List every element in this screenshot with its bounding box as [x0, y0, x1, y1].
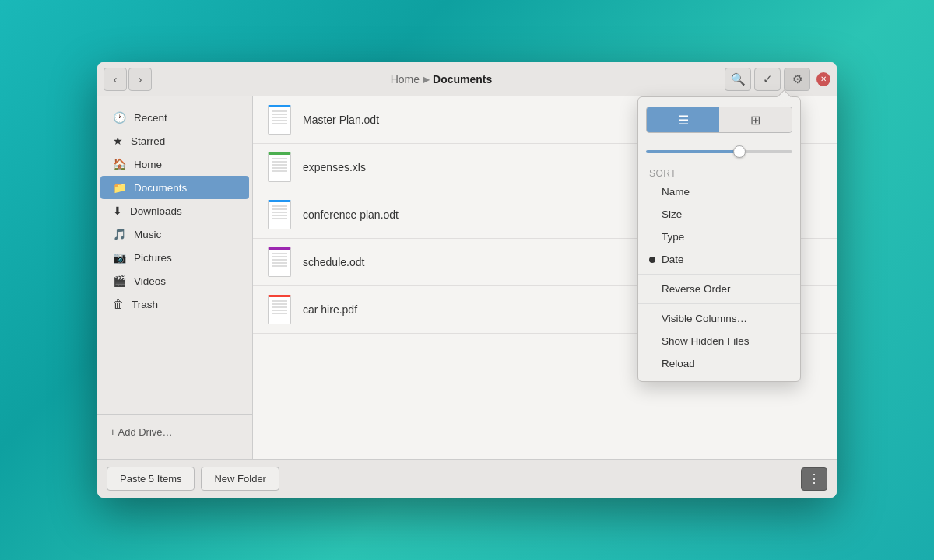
sort-date-label: Date: [662, 254, 684, 265]
recent-icon: 🕐: [113, 111, 126, 124]
sidebar: 🕐 Recent ★ Starred 🏠 Home 📁 Documents ⬇ …: [97, 96, 253, 459]
breadcrumb-current: Documents: [433, 73, 492, 86]
documents-icon: 📁: [113, 181, 126, 194]
titlebar: ‹ › Home ▶ Documents 🔍 ✓ ⚙ ✕: [97, 62, 837, 96]
sidebar-label-pictures: Pictures: [134, 252, 172, 264]
breadcrumb: Home ▶ Documents: [158, 73, 725, 86]
sidebar-item-pictures[interactable]: 📷 Pictures: [100, 246, 249, 269]
file-icon-conference: [265, 199, 293, 230]
file-icon-schedule: [265, 247, 293, 278]
selected-indicator: [649, 257, 655, 263]
sidebar-item-home[interactable]: 🏠 Home: [100, 152, 249, 176]
videos-icon: 🎬: [113, 275, 126, 287]
sort-by-type[interactable]: Type: [638, 226, 800, 248]
settings-button[interactable]: ⚙: [784, 68, 810, 91]
sort-type-label: Type: [662, 231, 684, 243]
check-icon: ✓: [763, 72, 773, 86]
new-folder-button[interactable]: New Folder: [201, 467, 279, 491]
list-view-icon: ☰: [678, 113, 689, 128]
grid-view-button[interactable]: ⊞: [719, 107, 792, 132]
sort-name-label: Name: [662, 186, 690, 198]
forward-button[interactable]: ›: [128, 68, 152, 91]
starred-icon: ★: [113, 135, 123, 147]
reload-label: Reload: [662, 358, 695, 369]
file-name-conference: conference plan.odt: [303, 208, 399, 221]
music-icon: 🎵: [113, 228, 126, 240]
menu-separator-2: [638, 303, 800, 304]
zoom-slider[interactable]: [646, 150, 792, 153]
file-name-masterplan: Master Plan.odt: [303, 114, 379, 126]
sidebar-label-starred: Starred: [131, 135, 165, 147]
back-button[interactable]: ‹: [104, 68, 127, 91]
show-hidden-item[interactable]: Show Hidden Files: [638, 330, 800, 352]
breadcrumb-arrow: ▶: [423, 74, 430, 85]
sidebar-label-videos: Videos: [134, 275, 166, 287]
sidebar-item-music[interactable]: 🎵 Music: [100, 222, 249, 246]
file-manager-window: ‹ › Home ▶ Documents 🔍 ✓ ⚙ ✕: [97, 62, 837, 498]
search-button[interactable]: 🔍: [725, 68, 751, 91]
pictures-icon: 📷: [113, 251, 126, 264]
visible-columns-label: Visible Columns…: [662, 313, 747, 324]
more-options-button[interactable]: ⋮: [801, 467, 827, 491]
zoom-slider-container: [638, 139, 800, 163]
close-icon: ✕: [820, 75, 827, 83]
sidebar-item-recent[interactable]: 🕐 Recent: [100, 106, 249, 129]
trash-icon: 🗑: [113, 298, 124, 310]
file-icon-expenses: [265, 152, 293, 183]
home-icon: 🏠: [113, 158, 126, 170]
sidebar-label-downloads: Downloads: [130, 205, 182, 217]
sidebar-bottom: + Add Drive…: [97, 414, 252, 450]
sidebar-label-trash: Trash: [132, 299, 158, 310]
check-button[interactable]: ✓: [754, 68, 781, 91]
file-name-schedule: schedule.odt: [303, 256, 364, 268]
reload-item[interactable]: Reload: [638, 352, 800, 375]
show-hidden-label: Show Hidden Files: [662, 335, 750, 347]
gear-icon: ⚙: [792, 72, 802, 86]
file-name-expenses: expenses.xls: [303, 161, 366, 173]
toolbar-buttons: 🔍 ✓ ⚙ ✕: [725, 68, 830, 91]
sort-by-date[interactable]: Date: [638, 248, 800, 271]
sort-label: Sort: [638, 163, 800, 180]
sidebar-item-starred[interactable]: ★ Starred: [100, 129, 249, 152]
more-icon: ⋮: [808, 471, 820, 486]
file-icon-masterplan: [265, 104, 293, 135]
sidebar-label-home: Home: [134, 159, 162, 170]
reverse-order-item[interactable]: Reverse Order: [638, 278, 800, 300]
reverse-order-label: Reverse Order: [662, 283, 731, 295]
sidebar-label-recent: Recent: [134, 112, 167, 124]
add-drive-button[interactable]: + Add Drive…: [97, 421, 252, 443]
sidebar-item-videos[interactable]: 🎬 Videos: [100, 269, 249, 292]
dropdown-menu: ☰ ⊞ Sort Name Size Type Date R: [637, 96, 801, 382]
search-icon: 🔍: [731, 72, 746, 86]
menu-separator-1: [638, 274, 800, 275]
paste-items-button[interactable]: Paste 5 Items: [107, 467, 195, 491]
nav-buttons: ‹ ›: [104, 68, 152, 91]
bottom-bar: Paste 5 Items New Folder ⋮: [97, 459, 837, 498]
sort-by-size[interactable]: Size: [638, 203, 800, 226]
grid-view-icon: ⊞: [750, 113, 760, 128]
view-toggle: ☰ ⊞: [646, 107, 792, 133]
sidebar-label-documents: Documents: [134, 182, 187, 194]
breadcrumb-home[interactable]: Home: [391, 73, 420, 86]
sidebar-item-trash[interactable]: 🗑 Trash: [100, 292, 249, 316]
sidebar-label-music: Music: [134, 229, 161, 240]
sort-size-label: Size: [662, 208, 682, 220]
file-icon-carhire: [265, 294, 293, 325]
visible-columns-item[interactable]: Visible Columns…: [638, 307, 800, 330]
file-name-carhire: car hire.pdf: [303, 303, 357, 316]
downloads-icon: ⬇: [113, 205, 122, 217]
close-button[interactable]: ✕: [816, 72, 830, 86]
sidebar-item-downloads[interactable]: ⬇ Downloads: [100, 199, 249, 222]
add-drive-label: + Add Drive…: [110, 426, 173, 438]
list-view-button[interactable]: ☰: [647, 107, 719, 132]
sort-by-name[interactable]: Name: [638, 180, 800, 203]
sidebar-item-documents[interactable]: 📁 Documents: [100, 176, 249, 199]
